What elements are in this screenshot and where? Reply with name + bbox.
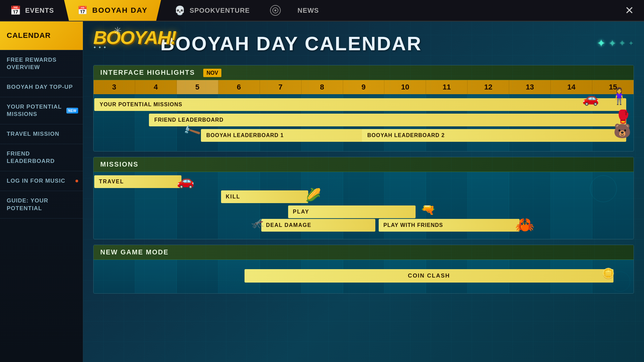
sidebar: CALENDAR FREE REWARDS OVERVIEW BOOYAH DA…	[0, 21, 83, 362]
sidebar-item-friend-leaderboard[interactable]: FRIEND LEADERBOARD	[0, 144, 83, 171]
sidebar-log-in-music-label: LOG IN FOR MUSIC	[7, 178, 65, 184]
reward-item-1: 🥊	[615, 110, 631, 123]
bar-play-with-friends[interactable]: PLAY WITH FRIENDS 🦀	[379, 219, 520, 232]
booyah-nav-icon: 📅	[77, 6, 88, 15]
nav-live-button[interactable]	[263, 0, 287, 21]
sidebar-item-travel-mission[interactable]: TRAVEL MISSION	[0, 124, 83, 144]
bar-play[interactable]: PLAY 🔫	[288, 205, 416, 218]
date-5: 5	[177, 80, 218, 94]
missions-timeline: TRAVEL 🚗 KILL 🌽 PLAY 🔫 DEAL DAMAGE 🦟	[94, 172, 634, 239]
date-3: 3	[94, 80, 135, 94]
date-12: 12	[468, 80, 509, 94]
star-1: ✦	[597, 37, 606, 50]
damage-image: 🦟	[251, 217, 264, 229]
page-title: BOOYAH DAY CALENDAR	[160, 32, 422, 55]
nav-events-button[interactable]: 📅 EVENTS	[0, 0, 64, 21]
news-label: NEWS	[298, 7, 319, 14]
date-8: 8	[302, 80, 343, 94]
car-image: 🚗	[177, 173, 195, 189]
date-10: 10	[384, 80, 426, 94]
booyah-day-label: BOOYAH DAY	[92, 6, 148, 15]
events-label: EVENTS	[25, 7, 54, 14]
interface-highlights-timeline: YOUR POTENTIAL MISSIONS 🧍‍♀️ 🚗 FRIEND LE…	[94, 94, 634, 151]
star-2: ✦	[608, 38, 616, 49]
play-reward-image: 🔫	[421, 203, 436, 216]
content-area: BOOYAH! ✦ ✦ ✦ ✳ BOOYAH DAY CALENDAR ✦ ✦ …	[83, 21, 644, 362]
interface-highlights-header: INTERFACE HIGHLIGHTS NOV	[94, 65, 634, 80]
new-badge: NEW	[66, 108, 78, 113]
character-image-1: 🧍‍♀️	[609, 88, 630, 104]
calendar-nav-icon: 📅	[10, 5, 21, 16]
date-13: 13	[509, 80, 551, 94]
sidebar-potential-missions-label: YOUR POTENTIAL MISSIONS	[7, 104, 62, 117]
sidebar-travel-mission-label: TRAVEL MISSION	[7, 131, 59, 137]
header-stars: ✦ ✦ ✦ ✦	[597, 37, 634, 50]
nav-booyah-day-button[interactable]: 📅 BOOYAH DAY	[64, 0, 161, 21]
reward-character: 🐻	[613, 124, 631, 138]
notification-dot	[75, 180, 78, 182]
booyah-logo-text: BOOYAH!	[93, 28, 154, 47]
nav-news-button[interactable]: NEWS	[287, 0, 329, 21]
star-3: ✦	[619, 39, 626, 48]
star-4: ✦	[628, 39, 634, 47]
new-game-mode-section: NEW GAME MODE	[93, 245, 634, 294]
date-6: 6	[218, 80, 260, 94]
spook-icon: 💀	[174, 5, 185, 16]
close-icon: ✕	[625, 4, 634, 16]
sidebar-item-potential-missions[interactable]: YOUR POTENTIAL MISSIONS NEW	[0, 97, 83, 124]
sidebar-friend-leaderboard-label: FRIEND LEADERBOARD	[7, 150, 55, 164]
date-9: 9	[343, 80, 385, 94]
bar-booyah-leaderboard-2[interactable]: BOOYAH LEADERBOARD 2 🐻	[362, 129, 626, 142]
month-label: NOV	[203, 69, 222, 77]
bar-kill[interactable]: KILL 🌽	[221, 190, 308, 203]
coin-image: 🪙	[602, 267, 615, 279]
date-7: 7	[260, 80, 302, 94]
nav-spookventure-button[interactable]: 💀 SPOOKVENTURE	[161, 0, 263, 21]
sidebar-item-booyah-topup[interactable]: BOOYAH DAY TOP-UP	[0, 77, 83, 97]
sidebar-item-calendar[interactable]: CALENDAR	[0, 21, 83, 50]
new-game-mode-header: NEW GAME MODE	[94, 245, 634, 260]
spookventure-label: SPOOKVENTURE	[190, 7, 250, 14]
bar-coin-clash[interactable]: COIN CLASH 🪙	[245, 269, 613, 283]
date-11: 11	[426, 80, 468, 94]
sidebar-item-log-in-music[interactable]: LOG IN FOR MUSIC	[0, 171, 83, 191]
sidebar-item-guide[interactable]: GUIDE: YOUR POTENTIAL	[0, 191, 83, 218]
decorative-circle	[590, 175, 617, 202]
sidebar-item-free-rewards[interactable]: FREE REWARDS OVERVIEW	[0, 50, 83, 77]
sidebar-calendar-label: CALENDAR	[7, 31, 51, 40]
kill-reward-image: 🌽	[305, 188, 322, 202]
interface-highlights-title: INTERFACE HIGHLIGHTS	[100, 69, 195, 76]
top-navigation: 📅 EVENTS 📅 BOOYAH DAY 💀 SPOOKVENTURE NEW…	[0, 0, 644, 21]
missions-title: MISSIONS	[100, 161, 139, 168]
bar-friend-leaderboard[interactable]: FRIEND LEADERBOARD 🥊	[149, 114, 626, 126]
bar-travel[interactable]: TRAVEL 🚗	[94, 175, 181, 188]
sidebar-booyah-topup-label: BOOYAH DAY TOP-UP	[7, 84, 73, 90]
sidebar-free-rewards-label: FREE REWARDS OVERVIEW	[7, 57, 57, 70]
bar-deal-damage[interactable]: DEAL DAMAGE 🦟	[261, 219, 375, 232]
booyah-logo: BOOYAH! ✦ ✦ ✦ ✳	[93, 28, 154, 58]
bar-potential-missions[interactable]: YOUR POTENTIAL MISSIONS 🧍‍♀️ 🚗	[94, 98, 626, 111]
date-row: 3 4 5 6 7 8 9 10 11 12 13 14 15	[94, 80, 634, 94]
interface-highlights-section: INTERFACE HIGHLIGHTS NOV 3 4 5 6 7 8 9 1…	[93, 65, 634, 152]
close-button[interactable]: ✕	[615, 4, 644, 17]
friends-reward-image: 🦀	[515, 216, 535, 234]
sidebar-guide-label: GUIDE: YOUR POTENTIAL	[7, 197, 48, 211]
missions-header: MISSIONS	[94, 157, 634, 172]
date-4: 4	[135, 80, 177, 94]
vehicle-image: 🚗	[582, 92, 599, 105]
new-game-mode-timeline: COIN CLASH 🪙	[94, 260, 634, 293]
calendar-header: BOOYAH! ✦ ✦ ✦ ✳ BOOYAH DAY CALENDAR ✦ ✦ …	[93, 28, 634, 58]
main-layout: CALENDAR FREE REWARDS OVERVIEW BOOYAH DA…	[0, 21, 644, 362]
new-game-mode-title: NEW GAME MODE	[100, 248, 169, 256]
live-radio-icon	[270, 5, 281, 16]
missions-section: MISSIONS	[93, 157, 634, 239]
